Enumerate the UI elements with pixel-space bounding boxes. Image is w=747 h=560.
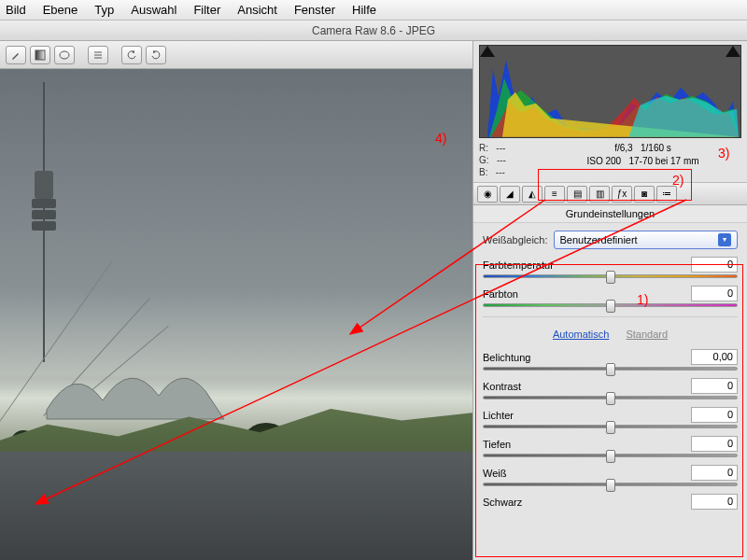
temp-label: Farbtemperatur — [483, 259, 554, 271]
menu-bild[interactable]: Bild — [6, 3, 26, 17]
menu-ansicht[interactable]: Ansicht — [237, 3, 277, 17]
tool-brush[interactable] — [6, 46, 26, 64]
window-title: Camera Raw 8.6 - JPEG — [0, 21, 747, 41]
tool-toolbar — [0, 41, 472, 69]
tab-camera[interactable]: ◙ — [634, 186, 655, 203]
exposure-slider[interactable] — [483, 367, 738, 371]
tab-lens[interactable]: ▥ — [589, 186, 610, 203]
highlights-slider[interactable] — [483, 425, 738, 428]
auto-link[interactable]: Automatisch — [553, 329, 610, 340]
tab-curve[interactable]: ◢ — [500, 186, 520, 203]
menu-auswahl[interactable]: Auswahl — [131, 3, 176, 17]
blacks-label: Schwarz — [483, 497, 522, 508]
menu-fenster[interactable]: Fenster — [294, 3, 335, 17]
menu-ebene[interactable]: Ebene — [43, 3, 78, 17]
exposure-value[interactable]: 0,00 — [691, 349, 738, 365]
image-preview[interactable] — [0, 69, 472, 560]
highlights-value[interactable]: 0 — [691, 407, 738, 423]
panel-tabstrip: ◉ ◢ ◭ ≡ ▤ ▥ ƒx ◙ ≔ — [473, 183, 747, 205]
tool-rotate-ccw[interactable] — [121, 46, 142, 64]
svg-rect-0 — [35, 50, 45, 60]
exif-readout: f/6,3 1/160 s ISO 200 17-70 bei 17 mm — [544, 142, 741, 178]
tint-label: Farbton — [483, 288, 518, 300]
shadows-label: Tiefen — [483, 439, 511, 450]
standard-link[interactable]: Standard — [626, 329, 668, 340]
tab-basic[interactable]: ◉ — [477, 186, 498, 203]
tint-value[interactable]: 0 — [691, 286, 738, 301]
tool-rotate-cw[interactable] — [146, 46, 166, 64]
exposure-label: Belichtung — [483, 352, 530, 363]
tab-split[interactable]: ▤ — [567, 186, 587, 203]
histogram[interactable] — [479, 45, 741, 138]
tool-list[interactable] — [88, 46, 108, 64]
temp-value[interactable]: 0 — [691, 257, 738, 273]
temp-slider[interactable] — [483, 274, 738, 278]
tab-detail[interactable]: ◭ — [522, 186, 543, 203]
menu-typ[interactable]: Typ — [94, 3, 114, 17]
tool-gradient[interactable] — [30, 46, 50, 64]
rgb-readout: R: --- G: --- B: --- — [479, 142, 535, 178]
tab-presets[interactable]: ≔ — [656, 186, 677, 203]
highlights-label: Lichter — [483, 410, 514, 421]
whites-slider[interactable] — [483, 483, 738, 486]
svg-point-1 — [60, 51, 69, 59]
contrast-label: Kontrast — [483, 381, 521, 392]
shadows-value[interactable]: 0 — [691, 436, 738, 452]
menu-hilfe[interactable]: Hilfe — [352, 3, 376, 17]
tool-radial[interactable] — [54, 46, 75, 64]
tint-slider[interactable] — [483, 303, 738, 307]
wb-select[interactable]: Benutzerdefiniert▾ — [554, 231, 739, 249]
blacks-value[interactable]: 0 — [691, 494, 738, 510]
whites-label: Weiß — [483, 468, 506, 479]
wb-label: Weißabgleich: — [483, 234, 548, 245]
shadows-slider[interactable] — [483, 454, 738, 457]
chevron-down-icon: ▾ — [718, 233, 731, 246]
contrast-slider[interactable] — [483, 396, 738, 399]
menu-filter[interactable]: Filter — [193, 3, 220, 17]
tab-fx[interactable]: ƒx — [612, 186, 632, 203]
whites-value[interactable]: 0 — [691, 465, 738, 481]
app-menubar: Bild Ebene Typ Auswahl Filter Ansicht Fe… — [0, 0, 747, 21]
panel-title: Grundeinstellungen — [473, 205, 747, 223]
contrast-value[interactable]: 0 — [691, 378, 738, 394]
tab-hsl[interactable]: ≡ — [544, 186, 565, 203]
